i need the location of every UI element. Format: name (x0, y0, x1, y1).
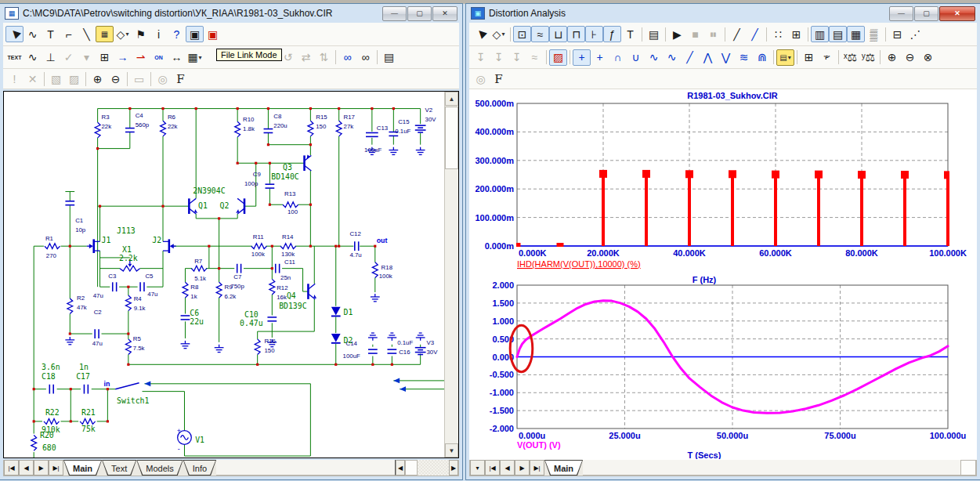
stamp-a-icon[interactable]: ▧ (47, 71, 65, 87)
minimize-button[interactable]: — (889, 6, 913, 21)
region-mode-icon[interactable]: ▣ (204, 26, 222, 42)
tab-nav-button[interactable]: ◀ (19, 460, 34, 476)
zoom-box-icon[interactable]: ⊗ (919, 49, 937, 66)
zoom-out-icon[interactable]: ⊖ (901, 49, 919, 66)
box-icon[interactable]: ▭ (130, 71, 148, 87)
polyline-tool-icon[interactable]: ╱ (746, 26, 764, 42)
vertical-scale-icon[interactable]: ⊓ (567, 26, 585, 42)
tab-nav-button[interactable]: |◀ (485, 460, 500, 476)
step-tool-icon[interactable]: ⊦ (585, 26, 603, 42)
globe-icon[interactable]: ◎ (472, 71, 490, 87)
right-titlebar[interactable]: ▣ Distortion Analysis — ▢ ✕ (469, 4, 977, 23)
text-mode-icon[interactable]: T (42, 26, 60, 42)
font-icon[interactable]: F (490, 71, 508, 87)
slope-cursor-icon[interactable]: ╱ (681, 49, 699, 66)
shape-tool-icon[interactable]: ◇▾ (490, 26, 508, 42)
state-display-icon[interactable]: ON (150, 49, 168, 66)
grid-text-icon[interactable]: TEXT (5, 49, 24, 66)
low-tool-icon[interactable]: ∿ (663, 49, 681, 66)
tab-info[interactable]: Info (183, 460, 216, 476)
waves-icon[interactable]: ≈ (526, 49, 544, 66)
high-tool-icon[interactable]: ∿ (645, 49, 663, 66)
plot-mode-vstripes-icon[interactable]: ▥ (811, 26, 829, 42)
flip-horizontal-icon[interactable]: ⇄ (297, 49, 315, 66)
component-mode-icon[interactable]: ▦ (96, 26, 114, 42)
envelope-tool-icon[interactable]: ≋ (735, 49, 753, 66)
numeric-output-icon[interactable]: ⊞ (800, 49, 818, 66)
vip-dropdown-icon[interactable]: ▾ (78, 49, 96, 66)
current-display-icon[interactable]: → (114, 49, 132, 66)
peak-tool-icon[interactable]: ∩ (609, 49, 627, 66)
zoom-in-icon[interactable]: ⊕ (89, 71, 107, 87)
tab-nav-button[interactable]: ▶| (49, 460, 63, 476)
hscroll-track[interactable] (418, 460, 449, 476)
pause-button-icon[interactable]: ▮▮ (704, 26, 722, 42)
maximize-button[interactable]: ▢ (914, 6, 938, 21)
node-snap-icon[interactable]: ↔ (168, 49, 186, 66)
p-notation-icon[interactable]: 'P' (818, 49, 836, 66)
tab-nav-button[interactable]: ▶ (515, 460, 530, 476)
cursor-left-icon[interactable]: ↧ (472, 49, 490, 66)
tab-nav-button[interactable]: ▶ (34, 460, 49, 476)
horizontal-scale-icon[interactable]: ⊔ (549, 26, 567, 42)
cursor-both-icon[interactable]: ↧ (508, 49, 526, 66)
flip-vertical-icon[interactable]: ⇅ (315, 49, 333, 66)
minimize-button[interactable]: — (382, 6, 407, 21)
tab-text[interactable]: Text (102, 460, 136, 476)
y-axis-scale-icon[interactable]: ʸ⚖ (859, 49, 877, 66)
hscroll-thumb[interactable] (960, 460, 976, 476)
tab-models[interactable]: Models (136, 460, 183, 476)
waveform-select-icon[interactable]: ≈ (531, 26, 549, 42)
tab-main[interactable]: Main (63, 460, 102, 476)
hscroll-right-icon[interactable]: ▶ (449, 460, 458, 476)
nested-peaks-icon[interactable]: ⋒ (753, 49, 771, 66)
schematic-drawing[interactable]: R322kC4560pR622kR101.8kC8220uR15150R1727… (4, 92, 444, 457)
part-r1-icon[interactable]: ∿ (24, 49, 42, 66)
select-tool-icon[interactable]: ▶ (472, 26, 490, 42)
node-numbers-icon[interactable]: ⊞ (96, 49, 114, 66)
data-points-icon[interactable]: ∷ (769, 26, 787, 42)
cursor-bottom-icon[interactable]: ↧ (490, 49, 508, 66)
properties-icon[interactable]: ▤ (645, 26, 663, 42)
panel-split-icon[interactable]: ⊟ (888, 26, 906, 42)
globe-icon[interactable]: ◎ (154, 71, 172, 87)
run-button-icon[interactable]: ▶ (668, 26, 686, 42)
file-link-mode-icon[interactable]: ▣ (186, 26, 204, 42)
vscroll-thumb[interactable] (445, 107, 458, 169)
schematic-vscrollbar[interactable]: ▲ ▼ (444, 92, 458, 457)
plot-mode-hstripes-icon[interactable]: ▤ (829, 26, 847, 42)
close-button[interactable]: ✕ (939, 6, 975, 21)
schematic-canvas[interactable]: R322kC4560pR622kR101.8kC8220uR15150R1727… (3, 91, 459, 458)
tab-nav-button[interactable]: ◀ (500, 460, 515, 476)
clear-error-icon[interactable]: ✕ (24, 71, 42, 87)
stop-button-icon[interactable]: ■ (686, 26, 704, 42)
apply-basket-icon[interactable]: ▤▾ (776, 49, 794, 66)
cursor-next-icon[interactable]: + (591, 49, 609, 66)
maximize-button[interactable]: ▢ (407, 6, 432, 21)
tab-main[interactable]: Main (544, 460, 583, 476)
grid-toggle-icon[interactable]: ⊞ (787, 26, 805, 42)
line-tool-icon[interactable]: ╱ (728, 26, 746, 42)
slope-tool-icon[interactable]: ⋰ (906, 26, 924, 42)
text-tool-icon[interactable]: T (621, 26, 639, 42)
scroll-up-icon[interactable]: ▲ (445, 92, 458, 106)
global-high-icon[interactable]: ⋀ (699, 49, 717, 66)
zoom-out-icon[interactable]: ⊖ (107, 71, 125, 87)
wire-mode-icon[interactable]: ∿ (24, 26, 42, 42)
tab-nav-button[interactable]: ▶| (530, 460, 544, 476)
power-display-icon[interactable]: ⇀ (132, 49, 150, 66)
left-titlebar[interactable]: ▦ C:\MC9\DATA\Petrov\switching distortio… (3, 4, 459, 23)
font-icon[interactable]: F (172, 71, 190, 87)
model-window-icon[interactable]: ▤ (380, 49, 398, 66)
cursor-mode-icon[interactable]: ⊡ (513, 26, 531, 42)
stamp-b-icon[interactable]: ▨ (65, 71, 83, 87)
scroll-down-icon[interactable]: ▼ (445, 443, 458, 457)
error-icon[interactable]: ! (5, 71, 24, 87)
global-low-icon[interactable]: ⋁ (717, 49, 735, 66)
ortho-wire-mode-icon[interactable]: ⌐ (60, 26, 78, 42)
flag-mode-icon[interactable]: ⚑ (132, 26, 150, 42)
hscroll-thumb[interactable] (405, 460, 418, 476)
hscroll-left-icon[interactable]: ◀ (396, 460, 405, 476)
tab-nav-button[interactable]: |◀ (4, 460, 19, 476)
analysis-plots[interactable]: R1981-03_Sukhov.CIR500.000m400.000m300.0… (469, 89, 975, 459)
